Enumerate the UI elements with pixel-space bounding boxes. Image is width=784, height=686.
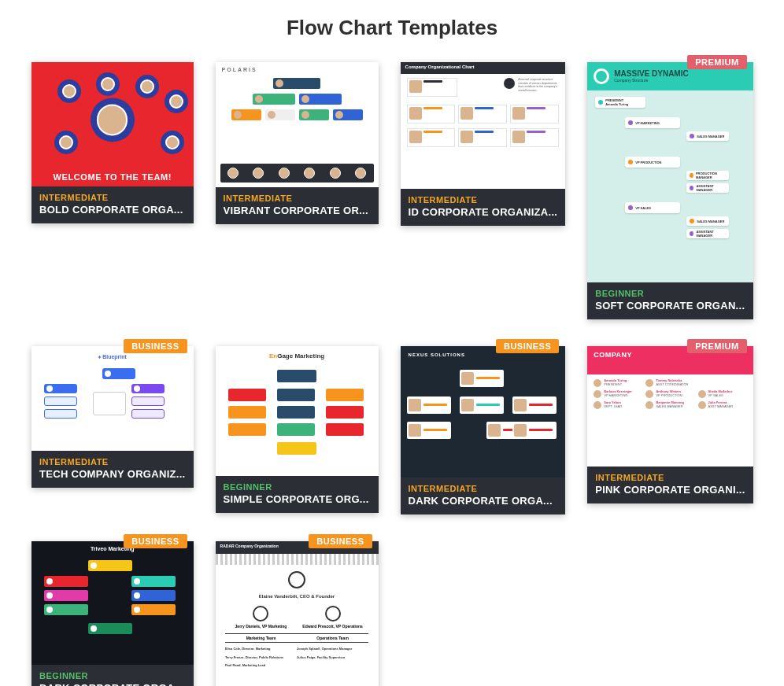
template-thumbnail: Company Organizational Chart A normal co… [401,62,566,189]
badge-premium: PREMIUM [687,339,746,353]
card-footer: INTERMEDIATE DARK CORPORATE ORGA... [401,478,566,514]
badge-business: BUSINESS [309,534,372,548]
template-grid: WELCOME TO THE TEAM! INTERMEDIATE BOLD C… [31,62,753,686]
thumb-text: POLARIS [222,67,257,72]
card-footer: INTERMEDIATE VIBRANT CORPORATE OR... [216,187,379,224]
template-card[interactable]: BUSINESS NEXUS SOLUTIONS INTERMEDIATE DA… [401,346,566,515]
thumb-text: WELCOME TO THE TEAM! [31,172,194,182]
card-title: SIMPLE CORPORATE ORG... [224,493,371,505]
template-thumbnail: MASSIVE DYNAMIC Company Structure PRESID… [587,62,753,282]
card-footer: BEGINNER SIMPLE CORPORATE ORG... [216,476,379,513]
level-label: BEGINNER [39,671,186,680]
card-title: ID CORPORATE ORGANIZA... [409,206,558,218]
level-label: INTERMEDIATE [39,457,186,467]
level-label: BEGINNER [224,482,371,492]
template-card[interactable]: EnGage Marketing BEGINNER SIMPLE CORPORA… [216,346,379,513]
level-label: INTERMEDIATE [409,484,558,493]
badge-business: BUSINESS [124,534,187,548]
card-title: PINK CORPORATE ORGANI... [595,484,745,496]
template-thumbnail: COMPANY STRUCTURE Amanda TuringPRESIDENT… [587,346,753,467]
template-card[interactable]: BUSINESS ♦ Blueprint INTERMEDIATE TECH C… [31,346,194,488]
thumb-text: ♦ Blueprint [31,354,194,360]
card-title: SOFT CORPORATE ORGAN... [595,300,745,312]
card-title: DARK CORPORATE ORGA... [409,495,558,507]
card-footer: INTERMEDIATE BOLD CORPORATE ORGA... [31,186,194,223]
thumb-text: Elaine Vanderbilt, CEO & Founder [216,594,379,599]
template-thumbnail: POLARIS [216,62,379,187]
template-thumbnail: WELCOME TO THE TEAM! [31,62,194,186]
level-label: INTERMEDIATE [595,473,745,482]
badge-business: BUSINESS [124,339,187,353]
card-title: BOLD CORPORATE ORGA... [39,204,186,216]
card-footer: INTERMEDIATE PINK CORPORATE ORGANI... [587,467,753,503]
template-card[interactable]: BUSINESS RADAR Company Organization Elai… [216,541,379,686]
card-footer: INTERMEDIATE ID CORPORATE ORGANIZA... [401,189,566,226]
thumb-text: MASSIVE DYNAMIC [614,70,688,78]
badge-business: BUSINESS [496,339,559,353]
template-card[interactable]: WELCOME TO THE TEAM! INTERMEDIATE BOLD C… [31,62,194,223]
level-label: INTERMEDIATE [224,194,371,203]
thumb-text: Company Organizational Chart [401,62,566,74]
card-title: VIBRANT CORPORATE OR... [224,205,371,216]
template-thumbnail: EnGage Marketing [216,346,379,476]
template-thumbnail: NEXUS SOLUTIONS [401,346,566,478]
level-label: INTERMEDIATE [39,193,186,202]
card-title: DARK CORPORATE ORGA... [39,682,186,686]
level-label: INTERMEDIATE [409,195,558,205]
template-thumbnail: Triveo Marketing [31,541,194,665]
template-card[interactable]: PREMIUM MASSIVE DYNAMIC Company Structur… [587,62,753,319]
template-thumbnail: RADAR Company Organization Elaine Vander… [216,541,379,686]
thumb-text: NEXUS SOLUTIONS [409,352,465,357]
template-card[interactable]: BUSINESS Triveo Marketing BEGINNER DARK … [31,541,194,686]
card-title: TECH COMPANY ORGANIZ... [39,468,186,480]
template-card[interactable]: PREMIUM COMPANY STRUCTURE Amanda TuringP… [587,346,753,503]
template-card[interactable]: POLARIS INTERMEDIATE VIBRANT CORPORATE O… [216,62,379,224]
template-thumbnail: ♦ Blueprint [31,346,194,451]
badge-premium: PREMIUM [687,55,746,69]
card-footer: BEGINNER SOFT CORPORATE ORGAN... [587,282,753,319]
thumb-text: EnGage Marketing [216,352,379,360]
template-card[interactable]: Company Organizational Chart A normal co… [401,62,566,226]
level-label: BEGINNER [595,289,745,298]
page-title: Flow Chart Templates [31,16,753,40]
card-footer: BEGINNER DARK CORPORATE ORGA... [31,665,194,686]
thumb-text: Company Structure [614,78,688,83]
card-footer: INTERMEDIATE TECH COMPANY ORGANIZ... [31,451,194,488]
